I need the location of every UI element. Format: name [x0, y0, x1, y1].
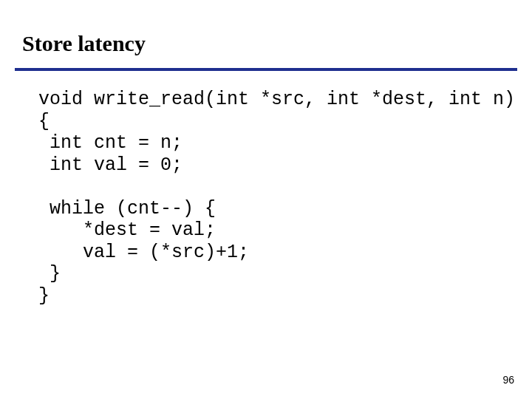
code-line: { [38, 111, 50, 132]
code-line: } [38, 285, 50, 307]
code-line: while (cnt--) { [38, 198, 216, 219]
code-line: int val = 0; [38, 154, 183, 176]
code-block: void write_read(int *src, int *dest, int… [38, 89, 515, 307]
slide: Store latency void write_read(int *src, … [0, 0, 532, 399]
title-underline [15, 68, 517, 71]
code-line: } [38, 263, 61, 284]
slide-title: Store latency [22, 31, 146, 56]
page-number: 96 [502, 374, 514, 386]
code-line: val = (*src)+1; [38, 242, 249, 263]
code-line: int cnt = n; [38, 132, 183, 154]
code-line: *dest = val; [38, 219, 216, 241]
code-line: void write_read(int *src, int *dest, int… [38, 89, 515, 110]
